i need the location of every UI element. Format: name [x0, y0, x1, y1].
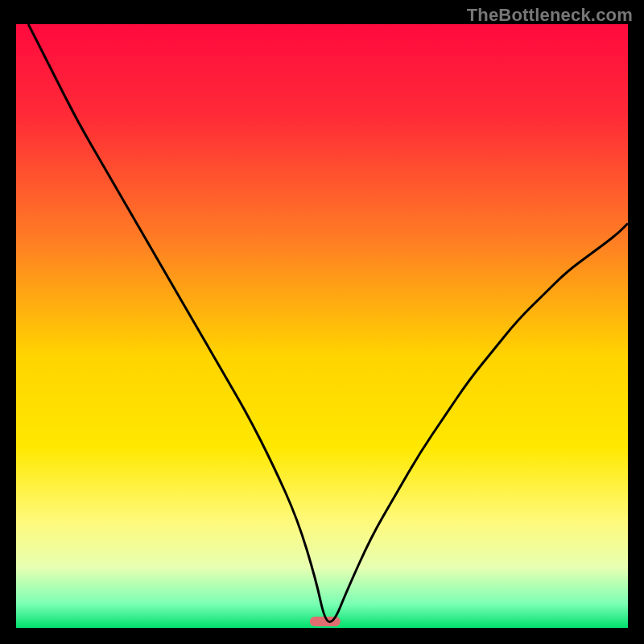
gradient-background — [16, 24, 628, 628]
plot-svg — [16, 24, 628, 628]
watermark-label: TheBottleneck.com — [467, 5, 633, 26]
chart-frame: TheBottleneck.com — [0, 0, 644, 644]
plot-area — [16, 24, 628, 628]
